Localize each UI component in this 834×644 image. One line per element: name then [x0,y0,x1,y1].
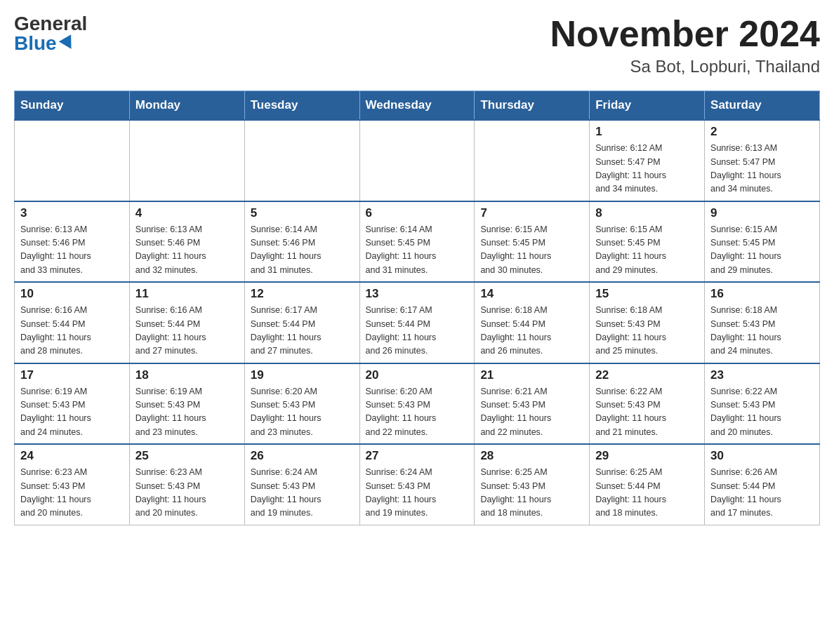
calendar-cell: 19Sunrise: 6:20 AMSunset: 5:43 PMDayligh… [244,363,359,445]
day-number: 27 [366,449,469,463]
logo-general-text: General [14,14,87,34]
day-info: Sunrise: 6:15 AMSunset: 5:45 PMDaylight:… [480,223,583,278]
week-row-1: 1Sunrise: 6:12 AMSunset: 5:47 PMDaylight… [15,120,820,201]
day-info: Sunrise: 6:16 AMSunset: 5:44 PMDaylight:… [135,304,239,358]
calendar-cell [475,120,590,201]
calendar-cell: 25Sunrise: 6:23 AMSunset: 5:43 PMDayligh… [129,444,244,525]
day-number: 3 [20,206,124,220]
calendar-cell: 20Sunrise: 6:20 AMSunset: 5:43 PMDayligh… [359,363,475,445]
column-header-saturday: Saturday [705,91,820,121]
calendar-cell: 10Sunrise: 6:16 AMSunset: 5:44 PMDayligh… [15,282,130,363]
day-number: 12 [251,287,354,301]
day-info: Sunrise: 6:18 AMSunset: 5:43 PMDaylight:… [595,304,699,358]
calendar-cell: 30Sunrise: 6:26 AMSunset: 5:44 PMDayligh… [705,444,820,525]
day-number: 22 [595,368,699,382]
calendar-cell [244,120,359,201]
day-number: 18 [135,368,239,382]
day-info: Sunrise: 6:24 AMSunset: 5:43 PMDaylight:… [251,466,354,521]
calendar-cell: 15Sunrise: 6:18 AMSunset: 5:43 PMDayligh… [590,282,705,363]
week-row-3: 10Sunrise: 6:16 AMSunset: 5:44 PMDayligh… [15,282,820,363]
calendar-cell: 26Sunrise: 6:24 AMSunset: 5:43 PMDayligh… [244,444,359,525]
day-info: Sunrise: 6:22 AMSunset: 5:43 PMDaylight:… [595,385,699,440]
column-header-wednesday: Wednesday [359,91,475,121]
day-number: 10 [20,287,124,301]
day-info: Sunrise: 6:21 AMSunset: 5:43 PMDaylight:… [480,385,583,440]
day-number: 5 [251,206,354,220]
day-number: 21 [480,368,583,382]
day-info: Sunrise: 6:18 AMSunset: 5:44 PMDaylight:… [480,304,583,358]
day-number: 8 [595,206,699,220]
logo-blue-text: Blue [14,34,75,53]
day-info: Sunrise: 6:23 AMSunset: 5:43 PMDaylight:… [20,466,124,521]
week-row-4: 17Sunrise: 6:19 AMSunset: 5:43 PMDayligh… [15,363,820,445]
day-number: 28 [480,449,583,463]
day-number: 24 [20,449,124,463]
calendar-cell: 24Sunrise: 6:23 AMSunset: 5:43 PMDayligh… [15,444,130,525]
calendar-cell: 27Sunrise: 6:24 AMSunset: 5:43 PMDayligh… [359,444,475,525]
calendar-cell [129,120,244,201]
day-number: 30 [710,449,814,463]
day-info: Sunrise: 6:25 AMSunset: 5:44 PMDaylight:… [595,466,699,521]
calendar-cell: 16Sunrise: 6:18 AMSunset: 5:43 PMDayligh… [705,282,820,363]
calendar-title: November 2024 [550,14,820,54]
day-number: 6 [366,206,469,220]
day-number: 16 [710,287,814,301]
column-header-tuesday: Tuesday [244,91,359,121]
day-number: 26 [251,449,354,463]
day-number: 2 [710,125,814,139]
column-header-monday: Monday [129,91,244,121]
calendar-cell: 1Sunrise: 6:12 AMSunset: 5:47 PMDaylight… [590,120,705,201]
day-info: Sunrise: 6:20 AMSunset: 5:43 PMDaylight:… [251,385,354,440]
day-info: Sunrise: 6:19 AMSunset: 5:43 PMDaylight:… [20,385,124,440]
title-area: November 2024 Sa Bot, Lopburi, Thailand [550,14,820,76]
day-number: 1 [595,125,699,139]
day-number: 17 [20,368,124,382]
day-info: Sunrise: 6:26 AMSunset: 5:44 PMDaylight:… [710,466,814,521]
calendar-cell [15,120,130,201]
header: General Blue November 2024 Sa Bot, Lopbu… [14,14,820,76]
day-info: Sunrise: 6:13 AMSunset: 5:46 PMDaylight:… [20,223,124,278]
calendar-cell: 28Sunrise: 6:25 AMSunset: 5:43 PMDayligh… [475,444,590,525]
calendar-header-row: SundayMondayTuesdayWednesdayThursdayFrid… [15,91,820,121]
day-info: Sunrise: 6:14 AMSunset: 5:46 PMDaylight:… [251,223,354,278]
column-header-friday: Friday [590,91,705,121]
day-info: Sunrise: 6:20 AMSunset: 5:43 PMDaylight:… [366,385,469,440]
day-info: Sunrise: 6:23 AMSunset: 5:43 PMDaylight:… [135,466,239,521]
day-number: 9 [710,206,814,220]
calendar-cell: 13Sunrise: 6:17 AMSunset: 5:44 PMDayligh… [359,282,475,363]
calendar-cell: 4Sunrise: 6:13 AMSunset: 5:46 PMDaylight… [129,201,244,283]
calendar-cell: 18Sunrise: 6:19 AMSunset: 5:43 PMDayligh… [129,363,244,445]
day-number: 4 [135,206,239,220]
day-info: Sunrise: 6:13 AMSunset: 5:47 PMDaylight:… [710,142,814,196]
calendar-cell: 17Sunrise: 6:19 AMSunset: 5:43 PMDayligh… [15,363,130,445]
day-info: Sunrise: 6:19 AMSunset: 5:43 PMDaylight:… [135,385,239,440]
column-header-sunday: Sunday [15,91,130,121]
day-info: Sunrise: 6:25 AMSunset: 5:43 PMDaylight:… [480,466,583,521]
calendar-cell: 3Sunrise: 6:13 AMSunset: 5:46 PMDaylight… [15,201,130,283]
logo: General Blue [14,14,87,53]
calendar-cell: 8Sunrise: 6:15 AMSunset: 5:45 PMDaylight… [590,201,705,283]
day-info: Sunrise: 6:17 AMSunset: 5:44 PMDaylight:… [251,304,354,358]
day-info: Sunrise: 6:17 AMSunset: 5:44 PMDaylight:… [366,304,469,358]
day-number: 15 [595,287,699,301]
day-number: 14 [480,287,583,301]
day-info: Sunrise: 6:18 AMSunset: 5:43 PMDaylight:… [710,304,814,358]
calendar-cell: 2Sunrise: 6:13 AMSunset: 5:47 PMDaylight… [705,120,820,201]
day-info: Sunrise: 6:15 AMSunset: 5:45 PMDaylight:… [595,223,699,278]
column-header-thursday: Thursday [475,91,590,121]
calendar-cell: 22Sunrise: 6:22 AMSunset: 5:43 PMDayligh… [590,363,705,445]
day-number: 11 [135,287,239,301]
day-info: Sunrise: 6:13 AMSunset: 5:46 PMDaylight:… [135,223,239,278]
day-number: 13 [366,287,469,301]
calendar-cell: 21Sunrise: 6:21 AMSunset: 5:43 PMDayligh… [475,363,590,445]
day-number: 20 [366,368,469,382]
day-number: 7 [480,206,583,220]
calendar-table: SundayMondayTuesdayWednesdayThursdayFrid… [14,90,820,525]
calendar-cell: 9Sunrise: 6:15 AMSunset: 5:45 PMDaylight… [705,201,820,283]
day-info: Sunrise: 6:15 AMSunset: 5:45 PMDaylight:… [710,223,814,278]
calendar-cell: 11Sunrise: 6:16 AMSunset: 5:44 PMDayligh… [129,282,244,363]
calendar-cell: 12Sunrise: 6:17 AMSunset: 5:44 PMDayligh… [244,282,359,363]
day-number: 25 [135,449,239,463]
calendar-cell: 23Sunrise: 6:22 AMSunset: 5:43 PMDayligh… [705,363,820,445]
day-info: Sunrise: 6:14 AMSunset: 5:45 PMDaylight:… [366,223,469,278]
